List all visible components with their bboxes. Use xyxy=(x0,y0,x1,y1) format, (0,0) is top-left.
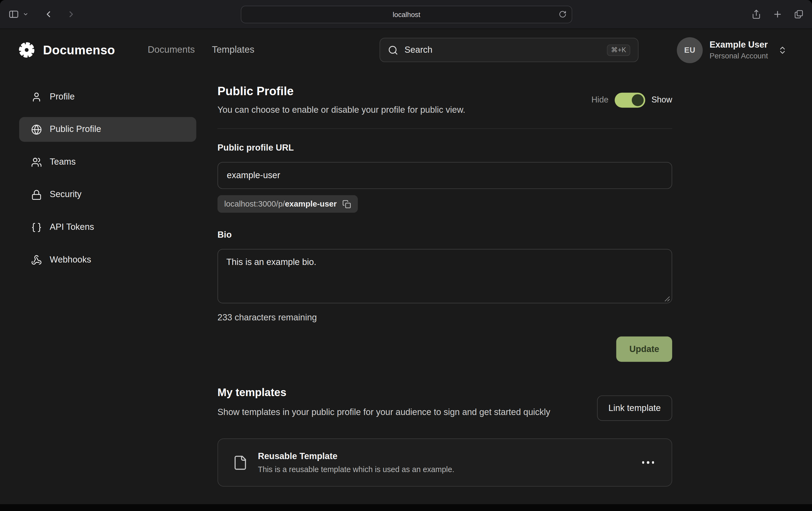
sidebar-item-public-profile[interactable]: Public Profile xyxy=(19,117,196,142)
page-title: Public Profile xyxy=(218,84,465,98)
user-icon xyxy=(31,91,42,102)
link-template-button[interactable]: Link template xyxy=(597,395,672,421)
templates-head-text: My templates Show templates in your publ… xyxy=(218,386,550,419)
file-icon xyxy=(233,455,248,470)
account-type: Personal Account xyxy=(709,52,768,60)
users-icon xyxy=(31,156,42,168)
sidebar-item-label: Security xyxy=(50,189,82,200)
sidebar-item-profile[interactable]: Profile xyxy=(19,84,196,109)
sidebar-item-label: Webhooks xyxy=(50,255,91,265)
search-input[interactable]: Search ⌘+K xyxy=(380,38,639,62)
search-placeholder: Search xyxy=(404,45,432,55)
ellipsis-icon[interactable] xyxy=(639,458,657,467)
toolbar-right xyxy=(751,9,804,19)
globe-icon xyxy=(31,124,42,135)
lock-icon xyxy=(31,189,42,200)
template-name: Reusable Template xyxy=(258,451,454,461)
update-button[interactable]: Update xyxy=(616,336,672,362)
stage: localhost xyxy=(0,0,812,511)
templates-description: Show templates in your public profile fo… xyxy=(218,406,550,419)
brand-name: Documenso xyxy=(43,43,115,57)
tab-overview-icon[interactable] xyxy=(794,9,804,19)
sidebar-item-security[interactable]: Security xyxy=(19,182,196,207)
sidebar-toggle-icon[interactable] xyxy=(8,9,19,20)
brand[interactable]: Documenso xyxy=(17,40,115,59)
visibility-control: Hide Show xyxy=(591,92,672,108)
search-shortcut-badge: ⌘+K xyxy=(607,44,631,56)
top-nav: Documents Templates xyxy=(148,44,255,55)
profile-visibility-toggle[interactable] xyxy=(614,92,645,108)
sidebar-item-label: API Tokens xyxy=(50,222,94,232)
section-head-text: Public Profile You can choose to enable … xyxy=(218,84,465,116)
toggle-knob xyxy=(632,94,644,106)
url-field-label: Public profile URL xyxy=(218,143,672,153)
sidebar-item-label: Public Profile xyxy=(50,124,101,134)
bio-field-wrap: This is an example bio. xyxy=(218,249,672,305)
show-label: Show xyxy=(651,95,672,104)
browser-toolbar: localhost xyxy=(0,0,812,29)
main-panel: Public Profile You can choose to enable … xyxy=(218,84,672,487)
public-profile-url-input[interactable] xyxy=(218,162,672,189)
template-description: This is a reusable template which is use… xyxy=(258,465,454,474)
braces-icon xyxy=(31,222,42,233)
sidebar-item-teams[interactable]: Teams xyxy=(19,150,196,174)
bio-field-label: Bio xyxy=(218,230,672,240)
templates-head: My templates Show templates in your publ… xyxy=(218,386,672,421)
documenso-logo xyxy=(17,40,36,59)
account-menu[interactable]: EU Example User Personal Account xyxy=(677,37,787,63)
templates-title: My templates xyxy=(218,386,550,398)
sidebar-item-label: Profile xyxy=(50,92,75,102)
copy-icon[interactable] xyxy=(342,200,351,208)
webhook-icon xyxy=(31,254,42,265)
search-icon xyxy=(388,45,398,55)
toolbar-left xyxy=(8,9,76,20)
avatar: EU xyxy=(677,37,703,63)
chevron-down-icon[interactable] xyxy=(23,11,28,17)
browser-window: localhost xyxy=(0,0,812,511)
profile-url-text: localhost:3000/p/example-user xyxy=(224,199,337,208)
settings-sidebar: Profile Public Profile Teams Security xyxy=(19,84,196,487)
app-header: Documenso Documents Templates Search ⌘+K… xyxy=(0,29,812,71)
account-name: Example User xyxy=(709,40,768,50)
template-info: Reusable Template This is a reusable tem… xyxy=(258,451,454,474)
sidebar-item-label: Teams xyxy=(50,157,76,167)
sidebar-item-api-tokens[interactable]: API Tokens xyxy=(19,215,196,240)
update-row: Update xyxy=(218,336,672,362)
template-card[interactable]: Reusable Template This is a reusable tem… xyxy=(218,439,672,487)
profile-url-preview[interactable]: localhost:3000/p/example-user xyxy=(218,195,358,213)
share-icon[interactable] xyxy=(751,9,761,19)
account-info: Example User Personal Account xyxy=(709,40,768,60)
window-bottom-edge xyxy=(0,504,812,511)
bio-textarea[interactable]: This is an example bio. xyxy=(218,249,672,303)
back-icon[interactable] xyxy=(44,9,53,19)
divider xyxy=(218,128,672,129)
address-bar[interactable]: localhost xyxy=(241,6,572,23)
profile-url-slug: example-user xyxy=(285,199,337,208)
nav-documents[interactable]: Documents xyxy=(148,44,195,55)
chevrons-up-down-icon xyxy=(778,46,787,55)
resize-handle-icon[interactable] xyxy=(664,296,670,302)
nav-templates[interactable]: Templates xyxy=(212,44,254,55)
page-subtitle: You can choose to enable or disable your… xyxy=(218,105,465,116)
section-head: Public Profile You can choose to enable … xyxy=(218,84,672,116)
hide-label: Hide xyxy=(591,95,608,104)
content: Profile Public Profile Teams Security xyxy=(0,71,812,486)
characters-remaining: 233 characters remaining xyxy=(218,312,672,323)
sidebar-item-webhooks[interactable]: Webhooks xyxy=(19,247,196,272)
reload-icon[interactable] xyxy=(559,10,567,18)
my-templates-section: My templates Show templates in your publ… xyxy=(218,386,672,486)
forward-icon[interactable] xyxy=(66,9,76,19)
new-tab-icon[interactable] xyxy=(773,9,782,19)
address-bar-url: localhost xyxy=(393,10,420,19)
profile-url-prefix: localhost:3000/p/ xyxy=(224,199,285,208)
